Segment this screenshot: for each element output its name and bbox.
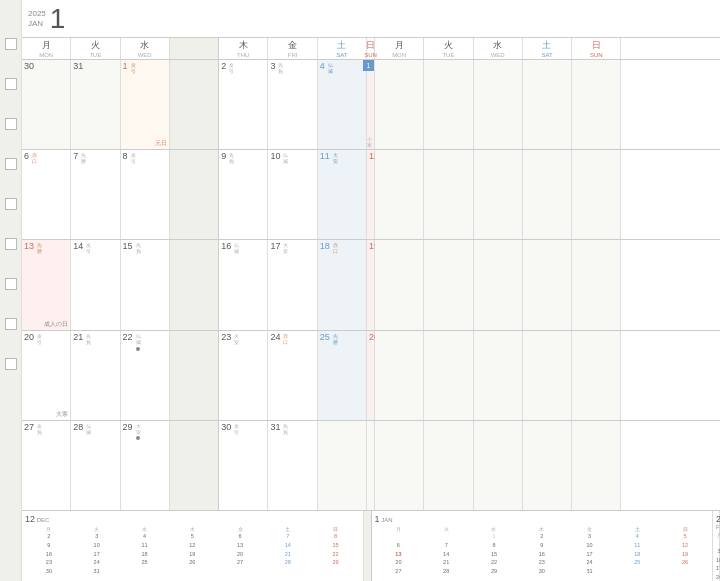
day-jan22[interactable]: 22 仏滅 [121,331,170,420]
day-num: 16 [221,242,231,251]
day-jan10[interactable]: 10 仏滅 [268,150,317,239]
day-jan30[interactable]: 30 友引 [219,421,268,510]
day-num: 4 [320,62,325,71]
mini-day: 14 [264,541,312,550]
day-filler-r4-5 [572,331,621,420]
day-num: 24 [270,333,280,342]
day-filler-r3-1 [375,240,424,329]
day-jan7[interactable]: 7 先勝 [71,150,120,239]
mini-day: 14 [422,550,470,559]
day-jan14[interactable]: 14 友引 [71,240,120,329]
divider-week4 [170,331,219,420]
day-filler-4 [523,60,572,149]
mini-day: 17 [73,550,121,559]
day-filler-r5-5 [572,421,621,510]
mini-day: 6 [375,541,423,550]
day-jan6[interactable]: 6 赤口 [22,150,71,239]
checkbox-7[interactable] [5,278,17,290]
day-jan28[interactable]: 28 仏滅 [71,421,120,510]
checkbox-2[interactable] [5,78,17,90]
mini-day: 5 [661,532,709,541]
checkbox-8[interactable] [5,318,17,330]
day-jan16[interactable]: 16 仏滅 [219,240,268,329]
mini-day: 20 [375,558,423,567]
day-jan27[interactable]: 27 友負 [22,421,71,510]
mini-day-today: 13 [375,550,423,559]
day-jan29[interactable]: 29 大安 [121,421,170,510]
mini-day: 17 [566,550,614,559]
mini-day: 11 [121,541,169,550]
day-jan4-sat[interactable]: 4 仏滅 [318,60,367,149]
day-jan23[interactable]: 23 火安 [219,331,268,420]
header-fri: 金FRI [268,38,317,59]
day-feb2-sun[interactable] [367,421,375,510]
day-jan11-sat[interactable]: 11 大安 [318,150,367,239]
day-num: 22 [123,333,133,342]
day-filler-1 [375,60,424,149]
mini-day [422,532,470,541]
day-num: 13 [24,242,34,251]
checkbox-5[interactable] [5,198,17,210]
checkbox-4[interactable] [5,158,17,170]
day-jan20[interactable]: 20 友引 大寒 [22,331,71,420]
header-tue2: 火TUE [424,38,473,59]
week-row-2: 6 赤口 7 先勝 8 友引 9 先負 [22,150,720,240]
day-jan18-sat[interactable]: 18 赤口 [318,240,367,329]
day-jan3[interactable]: 3 先負 [268,60,317,149]
header-sat: 土SAT [318,38,367,59]
day-filler-r4-1 [375,331,424,420]
day-num: 15 [123,242,133,251]
day-jan8[interactable]: 8 友引 [121,150,170,239]
mini-day: 15 [470,550,518,559]
day-filler-r5-4 [523,421,572,510]
mini-day: 23 [518,558,566,567]
mini-day: 9 [25,541,73,550]
day-num: 14 [73,242,83,251]
day-num: 17 [270,242,280,251]
checkbox-6[interactable] [5,238,17,250]
day-feb1-sat[interactable] [318,421,367,510]
mini-day: 13 [216,541,264,550]
day-jan12-sun[interactable]: 12 赤口 [367,150,375,239]
mini-day: 25 [613,558,661,567]
day-dec30[interactable]: 30 [22,60,71,149]
holiday-label-gantan: 元日 [155,140,167,147]
mini-day: 19 [661,550,709,559]
day-num: 8 [123,152,128,161]
day-num: 20 [24,333,34,342]
mini-day: 29 [470,567,518,576]
day-filler-r3-4 [523,240,572,329]
day-dec31[interactable]: 31 [71,60,120,149]
checkbox-9[interactable] [5,358,17,370]
mini-day: 16 [25,550,73,559]
mini-day: 30 [25,567,73,576]
day-jan2[interactable]: 2 友引 [219,60,268,149]
day-jan9[interactable]: 9 先負 [219,150,268,239]
mini-cal-row: 12 DEC 月 火 水 木 金 土 日 2 3 4 5 6 7 8 [22,511,720,581]
day-jan24[interactable]: 24 赤口 [268,331,317,420]
mini-day: 11 [613,541,661,550]
day-jan15[interactable]: 15 先負 [121,240,170,329]
header-sun: 日SUN [367,38,375,59]
checkbox-1[interactable] [5,38,17,50]
mini-day: 31 [73,567,121,576]
day-jan25-sat[interactable]: 25 先勝 [318,331,367,420]
mini-day: 10 [566,541,614,550]
day-jan17[interactable]: 17 大安 [268,240,317,329]
day-jan21[interactable]: 21 先負 [71,331,120,420]
mini-day: 31 [566,567,614,576]
day-jan19-sun[interactable]: 19 先勝 [367,240,375,329]
mini-day: 9 [518,541,566,550]
day-filler-r2-1 [375,150,424,239]
day-jan13[interactable]: 13 先勝 成人の日 [22,240,71,329]
day-num: 10 [270,152,280,161]
day-jan5-sun[interactable]: 5 大安 小寒 1 [367,60,375,149]
mini-day: 4 [613,532,661,541]
day-jan26-sun[interactable]: 26 友引 [367,331,375,420]
day-jan1[interactable]: 1 友引 元日 [121,60,170,149]
day-jan31[interactable]: 31 先負 [268,421,317,510]
day-filler-r3-5 [572,240,621,329]
day-num: 31 [270,423,280,432]
checkbox-3[interactable] [5,118,17,130]
day-filler-5 [572,60,621,149]
